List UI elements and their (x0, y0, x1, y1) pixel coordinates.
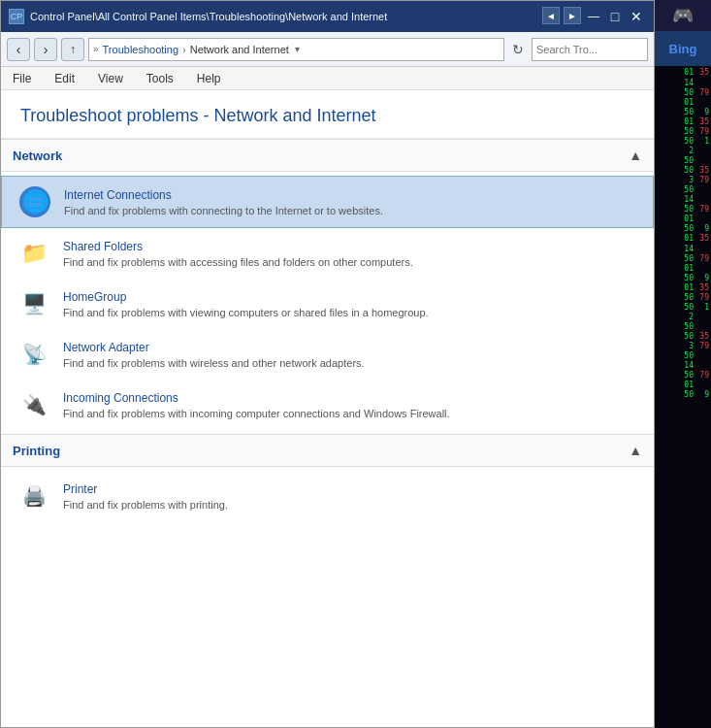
data-row: 5079 (657, 127, 709, 136)
data-row: 0135 (657, 117, 709, 126)
printer-item[interactable]: Printer Find and fix problems with print… (1, 471, 654, 521)
menu-bar: File Edit View Tools Help (1, 67, 654, 90)
data-cell (695, 147, 709, 155)
minimize-button[interactable]: — (584, 7, 603, 26)
data-row: 509 (657, 390, 709, 399)
shared-folders-item[interactable]: Shared Folders Find and fix problems wit… (1, 228, 654, 279)
network-collapse-icon: ▲ (629, 148, 642, 163)
refresh-button[interactable]: ↻ (508, 40, 528, 59)
data-row: 509 (657, 274, 709, 282)
back-button[interactable]: ‹ (7, 38, 30, 61)
data-row: 5079 (657, 254, 709, 263)
data-cell: 01 (680, 234, 694, 243)
search-bar: 🔍 (532, 38, 648, 61)
printing-section-title: Printing (13, 444, 629, 458)
arrow-right-btn[interactable]: ► (564, 7, 581, 24)
data-row: 379 (657, 342, 709, 350)
printing-section: Printing ▲ Printer Find and fix problems… (1, 434, 654, 525)
data-cell: 50 (680, 185, 694, 194)
search-input[interactable] (533, 44, 674, 55)
right-sidebar: 🎮 Bing 013514507901509013550795012505035… (655, 0, 711, 728)
internet-connections-title: Internet Connections (64, 188, 637, 202)
data-cell: 79 (695, 176, 709, 184)
printing-section-header[interactable]: Printing ▲ (1, 434, 654, 467)
printer-icon (16, 479, 51, 513)
menu-help[interactable]: Help (193, 70, 225, 87)
printer-title: Printer (63, 482, 638, 496)
data-cell: 14 (680, 79, 694, 87)
up-button[interactable]: ↑ (61, 38, 84, 61)
data-cell: 01 (680, 117, 694, 126)
data-cell: 50 (680, 390, 694, 399)
network-adapter-text: Network Adapter Find and fix problems wi… (63, 341, 638, 369)
data-cell: 35 (695, 332, 709, 341)
data-row: 01 (657, 264, 709, 273)
data-cell: 79 (695, 127, 709, 136)
data-cell: 01 (680, 264, 694, 273)
data-cell: 01 (680, 381, 694, 389)
shared-folders-desc: Find and fix problems with accessing fil… (63, 256, 638, 268)
data-cell (695, 381, 709, 389)
printer-device-icon (18, 480, 49, 512)
data-cell: 35 (695, 166, 709, 175)
bing-label: Bing (669, 42, 697, 56)
data-cell: 35 (695, 117, 709, 126)
arrow-left-btn[interactable]: ◄ (542, 7, 560, 24)
data-cell (695, 79, 709, 87)
network-section-header[interactable]: Network ▲ (1, 139, 654, 172)
printer-desc: Find and fix problems with printing. (63, 499, 638, 511)
breadcrumb-bar: » Troubleshooting › Network and Internet… (88, 38, 504, 61)
data-row: 0135 (657, 68, 709, 77)
data-row: 501 (657, 137, 709, 146)
data-cell (695, 245, 709, 253)
network-item-list: Internet Connections Find and fix proble… (1, 172, 654, 434)
data-cell: 79 (695, 371, 709, 380)
data-row: 50 (657, 156, 709, 165)
network-adapter-item[interactable]: Network Adapter Find and fix problems wi… (1, 329, 654, 380)
breadcrumb-dropdown[interactable]: ▾ (293, 44, 302, 54)
data-cell (695, 195, 709, 204)
data-row: 50 (657, 322, 709, 331)
incoming-connections-text: Incoming Connections Find and fix proble… (63, 391, 638, 419)
page-title: Troubleshoot problems - Network and Inte… (1, 90, 654, 139)
data-row: 14 (657, 79, 709, 87)
data-row: 2 (657, 147, 709, 155)
forward-button[interactable]: › (34, 38, 57, 61)
breadcrumb-arrow: » (93, 44, 99, 54)
data-cell (695, 322, 709, 331)
close-button[interactable]: ✕ (627, 7, 646, 26)
printer-text: Printer Find and fix problems with print… (63, 482, 638, 511)
data-cell: 2 (680, 313, 694, 321)
data-cell: 50 (680, 156, 694, 165)
data-cell: 3 (680, 342, 694, 350)
breadcrumb-troubleshooting[interactable]: Troubleshooting (103, 44, 178, 55)
menu-view[interactable]: View (94, 70, 127, 87)
homegroup-item[interactable]: HomeGroup Find and fix problems with vie… (1, 279, 654, 329)
data-cell: 79 (695, 342, 709, 350)
data-cell: 50 (680, 127, 694, 136)
menu-file[interactable]: File (9, 70, 35, 87)
data-row: 5035 (657, 166, 709, 175)
data-cell: 01 (680, 98, 694, 107)
incoming-connections-item[interactable]: Incoming Connections Find and fix proble… (1, 380, 654, 430)
data-cell (695, 98, 709, 107)
network-adapter-icon (16, 337, 51, 372)
homegroup-desc: Find and fix problems with viewing compu… (63, 307, 638, 318)
data-row: 5079 (657, 205, 709, 214)
data-cell: 14 (680, 361, 694, 370)
title-bar-controls: ◄ ► — □ ✕ (541, 7, 646, 26)
menu-edit[interactable]: Edit (50, 70, 79, 87)
network-section-title: Network (13, 149, 629, 163)
network-adapter-title: Network Adapter (63, 341, 638, 354)
window-icon: CP (9, 9, 24, 24)
shared-folders-text: Shared Folders Find and fix problems wit… (63, 240, 638, 268)
menu-tools[interactable]: Tools (143, 70, 178, 87)
data-cell: 1 (695, 303, 709, 312)
maximize-button[interactable]: □ (605, 7, 625, 26)
data-cell: 01 (680, 68, 694, 77)
data-cell: 50 (680, 332, 694, 341)
incoming-connections-icon (16, 387, 51, 422)
sidebar-app-icon: 🎮 (672, 5, 694, 26)
data-cell (695, 351, 709, 360)
internet-connections-item[interactable]: Internet Connections Find and fix proble… (1, 176, 654, 228)
